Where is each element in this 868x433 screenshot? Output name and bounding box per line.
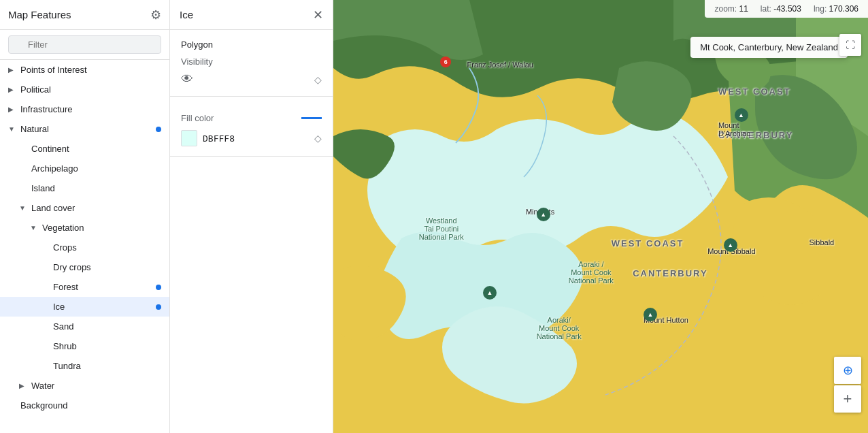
lng-info: lng: 170.306: [814, 4, 858, 14]
sidebar-item-land-cover[interactable]: ▼Land cover: [0, 198, 169, 218]
close-icon[interactable]: ✕: [313, 7, 323, 22]
poi-minarets[interactable]: [537, 208, 550, 221]
visibility-diamond-icon[interactable]: ◇: [314, 74, 322, 85]
poi-mt-sibbald[interactable]: [724, 238, 737, 252]
sidebar-item-island[interactable]: Island: [0, 178, 169, 198]
lat-value: -43.503: [773, 4, 801, 14]
polygon-section: Polygon Visibility 👁 ◇: [170, 30, 333, 97]
red-circle-marker: 6: [440, 57, 451, 67]
fill-color-diamond-icon[interactable]: ◇: [314, 133, 322, 144]
zoom-value: 11: [739, 4, 748, 14]
fill-color-label: Fill color: [181, 113, 214, 123]
fullscreen-button[interactable]: ⛶: [839, 34, 861, 56]
chevron-icon: ▼: [19, 204, 27, 212]
map-tooltip: Mt Cook, Canterbury, New Zealand: [690, 37, 848, 58]
tooltip-text: Mt Cook, Canterbury, New Zealand: [700, 42, 838, 52]
visibility-label: Visibility: [181, 57, 322, 67]
sidebar-item-tundra[interactable]: Tundra: [0, 356, 169, 376]
filter-wrap: ☰: [8, 35, 161, 54]
sidebar-item-label: Archipelago: [31, 163, 78, 174]
lat-label: lat:: [761, 4, 771, 14]
active-dot: [156, 127, 161, 132]
nav-list: ▶Points of Interest▶Political▶Infrastruc…: [0, 60, 169, 415]
polygon-label: Polygon: [181, 39, 322, 50]
chevron-icon: ▶: [8, 66, 16, 74]
sidebar-item-points-of-interest[interactable]: ▶Points of Interest: [0, 60, 169, 80]
sidebar-item-crops[interactable]: Crops: [0, 238, 169, 257]
sidebar-item-shrub[interactable]: Shrub: [0, 336, 169, 356]
map-area[interactable]: zoom: 11 lat: -43.503 lng: 170.306 Mt Co…: [333, 0, 868, 433]
fill-color-row: Fill color: [181, 113, 322, 123]
sidebar-item-label: Crops: [53, 242, 77, 253]
chevron-icon: ▶: [19, 382, 27, 389]
sidebar-item-label: Tundra: [53, 361, 81, 371]
sidebar-item-infrastructure[interactable]: ▶Infrastructure: [0, 99, 169, 119]
sidebar-item-label: Ice: [53, 302, 65, 312]
sidebar-item-continent[interactable]: Continent: [0, 139, 169, 159]
sidebar-item-archipelago[interactable]: Archipelago: [0, 159, 169, 178]
sidebar-item-vegetation[interactable]: ▼Vegetation: [0, 218, 169, 238]
map-topbar: zoom: 11 lat: -43.503 lng: 170.306: [705, 0, 868, 18]
map-svg: [333, 0, 868, 433]
sidebar-item-label: Points of Interest: [20, 65, 87, 75]
sidebar-item-label: Vegetation: [42, 223, 84, 233]
sidebar-item-forest[interactable]: Forest: [0, 277, 169, 297]
sidebar-item-natural[interactable]: ▼Natural: [0, 119, 169, 139]
sidebar-item-label: Political: [20, 84, 51, 95]
sidebar-item-label: Sand: [53, 321, 73, 332]
sidebar-item-ice[interactable]: Ice: [0, 297, 169, 317]
chevron-icon: ▶: [8, 106, 16, 113]
poi-mt-darchiac[interactable]: [735, 108, 748, 122]
eye-icon[interactable]: 👁: [181, 72, 193, 86]
sidebar-item-sand[interactable]: Sand: [0, 317, 169, 336]
filter-input[interactable]: [8, 35, 161, 54]
sidebar-header: Map Features ⚙: [0, 0, 169, 30]
chevron-icon: ▶: [8, 86, 16, 93]
color-hex: DBFFF8: [203, 133, 235, 144]
lng-label: lng:: [814, 4, 827, 14]
sidebar: Map Features ⚙ ☰ ▶Points of Interest▶Pol…: [0, 0, 170, 433]
visibility-row: 👁 ◇: [181, 72, 322, 86]
sidebar-item-label: Island: [31, 183, 55, 193]
sidebar-item-water[interactable]: ▶Water: [0, 376, 169, 396]
sidebar-item-label: Water: [31, 381, 54, 391]
lat-info: lat: -43.503: [761, 4, 801, 14]
chevron-icon: ▼: [8, 125, 16, 133]
sidebar-item-label: Land cover: [31, 203, 75, 213]
detail-panel: Ice ✕ Polygon Visibility 👁 ◇ Fill color …: [170, 0, 333, 433]
sidebar-item-political[interactable]: ▶Political: [0, 80, 169, 99]
color-swatch-row: DBFFF8 ◇: [181, 130, 322, 146]
sidebar-item-dry-crops[interactable]: Dry crops: [0, 257, 169, 277]
red-marker-area: 6: [440, 57, 451, 67]
fill-color-section: Fill color DBFFF8 ◇: [170, 97, 333, 157]
zoom-label-text: zoom:: [714, 4, 737, 14]
sidebar-item-label: Dry crops: [53, 262, 91, 272]
sidebar-item-label: Shrub: [53, 341, 77, 351]
zoom-label: zoom: 11: [714, 4, 748, 14]
sidebar-item-label: Forest: [53, 282, 78, 292]
gear-icon[interactable]: ⚙: [150, 7, 161, 22]
red-marker-number: 6: [444, 59, 448, 65]
sidebar-item-label: Natural: [20, 124, 49, 134]
detail-header: Ice ✕: [170, 0, 333, 30]
filter-bar: ☰: [0, 30, 169, 60]
location-button[interactable]: ⊕: [834, 357, 861, 384]
zoom-in-button[interactable]: +: [834, 385, 861, 413]
sidebar-item-label: Background: [20, 400, 67, 411]
active-dot: [156, 304, 161, 310]
chevron-icon: ▼: [30, 224, 38, 231]
color-swatch[interactable]: [181, 130, 197, 146]
sidebar-item-label: Continent: [31, 144, 69, 154]
poi-aoraki[interactable]: [483, 286, 497, 300]
sidebar-item-background[interactable]: Background: [0, 396, 169, 415]
fill-color-line: [301, 117, 322, 119]
lng-value: 170.306: [829, 4, 858, 14]
sidebar-item-label: Infrastructure: [20, 104, 73, 114]
detail-title: Ice: [180, 9, 193, 20]
active-dot: [156, 285, 161, 290]
poi-mount-hutton[interactable]: [644, 308, 657, 321]
sidebar-title: Map Features: [8, 9, 71, 20]
